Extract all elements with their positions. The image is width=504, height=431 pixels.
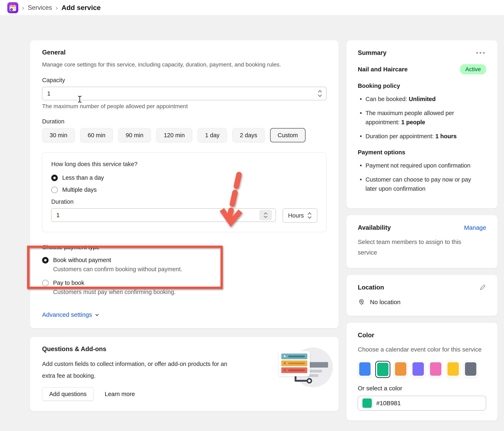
color-swatch-f0943d[interactable]: [394, 361, 408, 378]
hash-icon: #: [281, 368, 288, 372]
booking-policy-item: Duration per appointment: 1 hours: [358, 132, 480, 141]
status-badge: Active: [460, 64, 486, 74]
payment-options-title: Payment options: [358, 149, 486, 156]
radio-indicator[interactable]: [51, 175, 58, 181]
swatch-color: [465, 362, 476, 376]
radio-label: Multiple days: [62, 186, 97, 193]
booking-policy-title: Booking policy: [358, 83, 486, 89]
swatch-color: [377, 363, 388, 376]
color-swatch-4285f4[interactable]: [358, 361, 372, 378]
color-card: Color Choose a calendar event color for …: [346, 323, 497, 421]
payment-type-title: Choose payment type: [42, 244, 326, 251]
manage-link[interactable]: Manage: [464, 224, 486, 231]
advanced-settings-label: Advanced settings: [42, 311, 92, 318]
advanced-settings-link[interactable]: Advanced settings: [42, 311, 100, 318]
payment-option: Pay to bookCustomers must pay when confi…: [42, 280, 326, 295]
add-questions-button[interactable]: Add questions: [42, 387, 94, 401]
capacity-input[interactable]: 1: [42, 87, 326, 100]
swatch-color: [359, 362, 370, 376]
horizontal-dots-icon[interactable]: •••: [476, 50, 486, 56]
radio-book-without-payment[interactable]: Book without payment: [42, 257, 326, 264]
calendar-glyph: [9, 4, 17, 11]
hex-color-value: #10B981: [376, 400, 401, 407]
hex-color-input[interactable]: #10B981: [358, 396, 486, 411]
breadcrumb: › Services › Add service: [0, 0, 504, 16]
questions-description: Add custom fields to collect information…: [42, 358, 229, 382]
color-swatch-fbc421[interactable]: [446, 361, 460, 378]
duration-question: How long does this service take?: [51, 161, 317, 167]
location-off-icon: [358, 299, 365, 306]
color-description: Choose a calendar event color for this s…: [358, 344, 484, 355]
payment-option-item: Payment not required upon confirmation: [358, 161, 480, 170]
payment-type-section: Choose payment type Book without payment…: [42, 244, 326, 318]
booking-policy-list: Can be booked: UnlimitedThe maximum peop…: [358, 95, 486, 141]
radio-less-than-a-day[interactable]: Less than a day: [51, 175, 317, 181]
duration-option-1-day[interactable]: 1 day: [198, 128, 227, 142]
radio-label: Book without payment: [53, 257, 111, 264]
custom-fields-card-illustration: ✎ A #: [279, 351, 310, 376]
custom-duration-panel: How long does this service take? Less th…: [42, 152, 326, 232]
summary-title: Summary: [358, 49, 387, 56]
duration-option-120-min[interactable]: 120 min: [156, 128, 192, 142]
general-title: General: [42, 49, 326, 56]
location-card: Location No location: [346, 275, 497, 316]
duration-value-input[interactable]: 1: [51, 208, 276, 222]
location-value: No location: [370, 299, 400, 306]
panel-duration-label: Duration: [51, 198, 317, 205]
availability-description: Select team members to assign to this se…: [358, 237, 480, 258]
radio-multiple-days[interactable]: Multiple days: [51, 186, 317, 193]
capacity-help: The maximum number of people allowed per…: [42, 103, 326, 110]
duration-unit-select[interactable]: Hours: [283, 208, 317, 223]
duration-value: 1: [56, 212, 60, 219]
learn-more-link[interactable]: Learn more: [105, 391, 135, 397]
chevron-down-icon: [94, 312, 100, 317]
capacity-label: Capacity: [42, 77, 326, 84]
main-content: General Manage core settings for this se…: [0, 16, 504, 421]
stepper-arrows-icon[interactable]: [317, 89, 323, 98]
questions-illustration: ✎ A #: [277, 342, 328, 391]
breadcrumb-services[interactable]: Services: [28, 4, 52, 11]
booking-policy-item: Can be booked: Unlimited: [358, 95, 480, 104]
swatch-color: [395, 362, 406, 376]
duration-label: Duration: [42, 118, 326, 125]
service-name: Nail and Haircare: [358, 66, 408, 73]
radio-pay-to-book[interactable]: Pay to book: [42, 280, 326, 286]
radio-indicator[interactable]: [51, 187, 58, 193]
duration-option-30-min[interactable]: 30 min: [42, 128, 75, 142]
pencil-icon[interactable]: [479, 284, 486, 291]
duration-option-90-min[interactable]: 90 min: [118, 128, 151, 142]
payment-option-description: Customers must pay when confirming booki…: [53, 289, 326, 295]
payment-option-item: Customer can choose to pay now or pay la…: [358, 175, 480, 193]
duration-unit-value: Hours: [288, 212, 304, 219]
radio-label: Less than a day: [62, 175, 104, 181]
availability-title: Availability: [358, 224, 391, 231]
page-title: Add service: [62, 4, 101, 12]
duration-type-radio-group: Less than a dayMultiple days: [51, 175, 317, 193]
color-swatch-f06eb5[interactable]: [429, 361, 443, 378]
swatch-color: [413, 362, 424, 376]
color-swatch-6b7280[interactable]: [464, 361, 478, 378]
radio-indicator[interactable]: [42, 280, 49, 286]
color-title: Color: [358, 332, 486, 339]
duration-option-2-days[interactable]: 2 days: [232, 128, 265, 142]
swatch-color: [430, 362, 441, 376]
location-title: Location: [358, 284, 384, 291]
calendar-app-icon[interactable]: [7, 2, 18, 13]
hex-color-swatch: [362, 398, 372, 408]
select-chevrons-icon: [307, 211, 312, 220]
or-select-color-label: Or select a color: [358, 385, 486, 392]
color-swatch-7c6cfa[interactable]: [411, 361, 425, 378]
radio-indicator[interactable]: [42, 257, 49, 264]
payment-type-radio-group: Book without paymentCustomers can confir…: [42, 257, 326, 295]
swatch-color: [448, 362, 459, 376]
color-swatch-10b981[interactable]: [375, 361, 390, 378]
questions-addons-card: Questions & Add-ons Add custom fields to…: [30, 337, 339, 411]
chevron-right-icon: ›: [22, 4, 24, 11]
chevron-right-icon: ›: [56, 4, 58, 11]
capacity-value: 1: [47, 90, 50, 97]
letter-a-icon: A: [281, 361, 288, 365]
duration-options: 30 min60 min90 min120 min1 day2 daysCust…: [42, 128, 326, 142]
duration-option-custom[interactable]: Custom: [270, 128, 306, 142]
duration-option-60-min[interactable]: 60 min: [80, 128, 113, 142]
stepper-arrows-icon[interactable]: [259, 210, 272, 220]
